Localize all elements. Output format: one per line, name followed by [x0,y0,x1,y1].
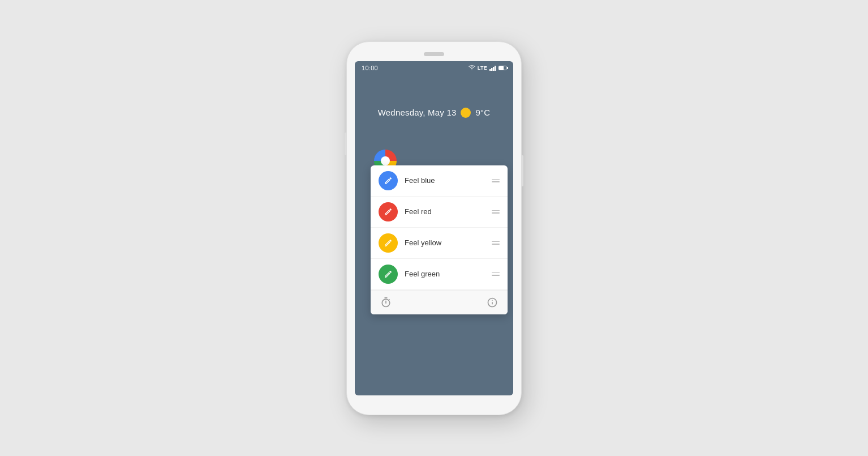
pencil-icon-yellow [384,238,393,248]
lte-label: LTE [478,65,487,71]
phone-screen: 10:00 LTE [355,61,513,395]
list-item[interactable]: Feel red [371,197,508,228]
feel-blue-icon [379,171,398,190]
weather-sun-icon [461,108,471,118]
pencil-icon-green [384,270,393,279]
drag-handle-green [492,272,500,276]
feel-yellow-label: Feel yellow [405,238,485,247]
temperature-text: 9°C [475,108,490,117]
list-item[interactable]: Feel blue [371,165,508,197]
feel-yellow-icon [379,233,398,253]
pencil-icon-red [384,207,393,216]
feel-green-label: Feel green [405,270,485,278]
svg-point-4 [381,156,390,165]
svg-rect-3 [495,66,496,71]
svg-rect-2 [493,67,495,71]
status-icons: LTE [469,65,506,71]
wifi-icon [469,65,475,71]
feel-red-icon [379,202,398,221]
list-item[interactable]: Feel green [371,259,508,290]
drag-handle-yellow [492,241,500,245]
drag-handle-red [492,210,500,214]
phone-speaker [424,52,444,56]
power-button [521,155,523,186]
feel-green-icon [379,265,398,284]
volume-button [345,133,347,155]
svg-rect-1 [491,68,493,71]
dropdown-bottom-bar [371,290,508,314]
feel-red-label: Feel red [405,207,485,216]
feel-blue-label: Feel blue [405,176,485,185]
date-text: Wednesday, May 13 [378,108,457,117]
signal-icon [489,65,496,71]
info-icon[interactable] [485,295,500,310]
phone-device: 10:00 LTE [346,41,522,415]
status-time: 10:00 [362,65,378,71]
status-bar: 10:00 LTE [355,61,513,74]
date-weather-widget: Wednesday, May 13 9°C [378,108,491,118]
battery-icon [499,66,506,70]
screen-content: Wednesday, May 13 9°C [355,74,513,395]
dropdown-card: Feel blue Feel red [371,165,508,314]
drag-handle-blue [492,179,500,182]
list-item[interactable]: Feel yellow [371,228,508,259]
timer-icon[interactable] [379,295,393,310]
svg-rect-0 [489,69,491,71]
pencil-icon-blue [384,176,393,185]
